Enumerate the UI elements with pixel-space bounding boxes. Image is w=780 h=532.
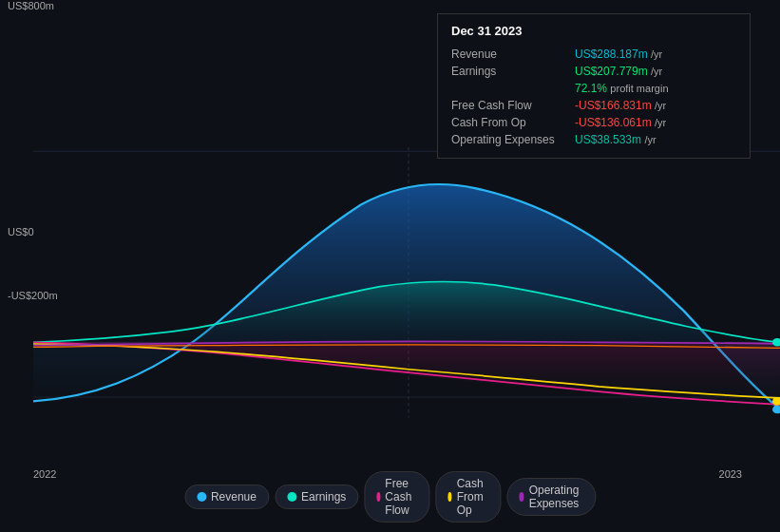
legend-label-cfo: Cash From Op bbox=[457, 477, 489, 517]
value-earnings: US$207.779m /yr bbox=[575, 63, 736, 80]
legend-dot-earnings bbox=[287, 492, 296, 502]
value-opex: US$38.533m /yr bbox=[575, 131, 736, 148]
tooltip-row-cfo: Cash From Op -US$136.061m /yr bbox=[451, 114, 736, 131]
legend-item-opex[interactable]: Operating Expenses bbox=[506, 478, 596, 516]
info-tooltip: Dec 31 2023 Revenue US$288.187m /yr Earn… bbox=[437, 13, 751, 159]
legend-item-earnings[interactable]: Earnings bbox=[275, 484, 358, 509]
legend-label-earnings: Earnings bbox=[301, 490, 346, 504]
label-revenue: Revenue bbox=[451, 46, 575, 63]
legend-dot-opex bbox=[519, 492, 523, 502]
label-fcf: Free Cash Flow bbox=[451, 97, 575, 114]
value-margin: 72.1% profit margin bbox=[575, 80, 736, 97]
revenue-dot bbox=[772, 406, 780, 414]
value-cfo: -US$136.061m /yr bbox=[575, 114, 736, 131]
legend-label-fcf: Free Cash Flow bbox=[385, 477, 417, 517]
chart-svg bbox=[0, 147, 780, 475]
legend-dot-fcf bbox=[376, 492, 380, 502]
x-label-2023: 2023 bbox=[719, 468, 742, 480]
x-label-2022: 2022 bbox=[33, 468, 56, 480]
legend-item-fcf[interactable]: Free Cash Flow bbox=[364, 471, 429, 522]
label-opex: Operating Expenses bbox=[451, 131, 575, 148]
legend-dot-cfo bbox=[447, 492, 451, 502]
value-fcf: -US$166.831m /yr bbox=[575, 97, 736, 114]
legend-dot-revenue bbox=[197, 492, 206, 502]
chart-legend: Revenue Earnings Free Cash Flow Cash Fro… bbox=[184, 471, 596, 522]
value-revenue: US$288.187m /yr bbox=[575, 46, 736, 63]
tooltip-table: Revenue US$288.187m /yr Earnings US$207.… bbox=[451, 46, 736, 148]
legend-item-cfo[interactable]: Cash From Op bbox=[435, 471, 501, 522]
legend-item-revenue[interactable]: Revenue bbox=[184, 484, 269, 509]
label-cfo: Cash From Op bbox=[451, 114, 575, 131]
tooltip-row-opex: Operating Expenses US$38.533m /yr bbox=[451, 131, 736, 148]
y-label-800: US$800m bbox=[8, 0, 54, 11]
tooltip-row-fcf: Free Cash Flow -US$166.831m /yr bbox=[451, 97, 736, 114]
tooltip-row-revenue: Revenue US$288.187m /yr bbox=[451, 46, 736, 63]
tooltip-row-margin: 72.1% profit margin bbox=[451, 80, 736, 97]
label-earnings: Earnings bbox=[451, 63, 575, 80]
legend-label-opex: Operating Expenses bbox=[529, 484, 583, 510]
tooltip-row-earnings: Earnings US$207.779m /yr bbox=[451, 63, 736, 80]
legend-label-revenue: Revenue bbox=[211, 490, 257, 504]
tooltip-date: Dec 31 2023 bbox=[451, 24, 736, 38]
